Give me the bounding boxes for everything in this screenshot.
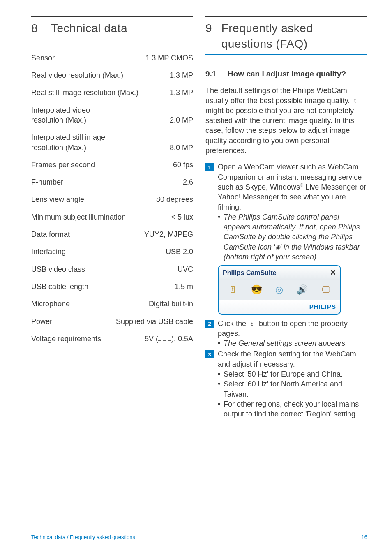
spec-label: Frames per second <box>31 160 95 170</box>
spec-row: Sensor1.3 MP CMOS <box>31 53 193 63</box>
subsection-9-1-number: 9.1 <box>205 69 228 79</box>
close-icon[interactable]: ✕ <box>330 268 336 278</box>
spec-row-voltage: Voltage requirements 5V (), 0.5A <box>31 334 193 344</box>
step-3-bullet-1: • Select '50 Hz' for Europe and China. <box>218 369 367 379</box>
spec-row: PowerSupplied via USB cable <box>31 317 193 326</box>
section-8-title: Technical data <box>51 21 127 36</box>
step-1: 1 Open a WebCam viewer such as WebCam Co… <box>205 162 367 262</box>
subsection-9-1-title: How can I adjust image quality? <box>228 69 346 79</box>
spec-row: Frames per second60 fps <box>31 160 193 170</box>
step-3: 3 Check the Region setting for the WebCa… <box>205 349 367 419</box>
spec-row: Data formatYUY2, MJPEG <box>31 229 193 239</box>
spec-row: USB cable length1.5 m <box>31 282 193 291</box>
spec-value-voltage: 5V (), 0.5A <box>145 334 193 344</box>
section-9-header: 9 Frequently asked questions (FAQ) <box>205 16 367 55</box>
step-3-bullet-3: • For other regions, check your local ma… <box>218 399 367 419</box>
spec-value: 80 degrees <box>156 194 193 204</box>
frame-icon[interactable]: 🖵 <box>321 284 330 296</box>
step-2-note-text: The General settings screen appears. <box>224 338 347 348</box>
spec-row: MicrophoneDigital built-in <box>31 299 193 309</box>
target-icon[interactable]: ◎ <box>275 284 283 296</box>
spec-label: Power <box>31 317 52 326</box>
spec-value: Supplied via USB cable <box>116 317 193 326</box>
section-9-title: Frequently asked questions (FAQ) <box>221 21 367 52</box>
section-8-number: 8 <box>31 21 51 36</box>
spec-value: 1.3 MP <box>170 88 193 97</box>
spec-row: F-number2.6 <box>31 177 193 187</box>
spec-value: 60 fps <box>173 160 193 170</box>
voltage-suffix: ), 0.5A <box>171 335 193 343</box>
spec-row: Lens view angle80 degrees <box>31 194 193 204</box>
spec-row: Minimum subject illumination< 5 lux <box>31 212 193 222</box>
step-1-note: • The Philips CamSuite control panel app… <box>218 212 367 262</box>
left-column: 8 Technical data Sensor1.3 MP CMOSReal v… <box>31 16 193 420</box>
spec-row: InterfacingUSB 2.0 <box>31 247 193 257</box>
step-3-bullet-2-text: Select '60 Hz' for North America and Tai… <box>224 379 367 399</box>
spec-label: Interpolated still image resolution (Max… <box>31 132 105 153</box>
spec-value: 1.5 m <box>175 282 193 291</box>
spec-value: Digital built-in <box>149 299 193 309</box>
right-column: 9 Frequently asked questions (FAQ) 9.1 H… <box>205 16 367 420</box>
spec-label: USB cable length <box>31 282 88 291</box>
settings-button-icon: 🎚 <box>249 320 255 328</box>
step-2-note: • The General settings screen appears. <box>218 338 367 348</box>
section-8-header: 8 Technical data <box>31 16 193 39</box>
step-2-badge: 2 <box>205 320 214 328</box>
section-9-number: 9 <box>205 21 221 36</box>
bullet-icon: • <box>218 399 224 419</box>
face-icon[interactable]: 😎 <box>251 284 262 296</box>
step-1-badge: 1 <box>205 163 214 171</box>
spec-value: UVC <box>178 264 193 274</box>
step-3-bullet-2: • Select '60 Hz' for North America and T… <box>218 379 367 399</box>
bullet-icon: • <box>218 369 224 379</box>
page-footer: Technical data / Frequently asked questi… <box>31 534 367 541</box>
spec-value: 2.0 MP <box>170 115 193 125</box>
spec-value: 8.0 MP <box>170 143 193 153</box>
camsuite-title: Philips CamSuite <box>223 268 277 278</box>
camsuite-titlebar: Philips CamSuite ✕ <box>219 266 340 279</box>
dc-symbol-icon <box>158 334 171 343</box>
step-2: 2 Click the '🎚' button to open the prope… <box>205 319 367 349</box>
footer-page-number: 16 <box>362 534 367 541</box>
speaker-icon[interactable]: 🔊 <box>297 284 308 296</box>
spec-label: Sensor <box>31 53 55 63</box>
camsuite-brand: PHILIPS <box>219 300 340 313</box>
step-2-text: Click the '🎚' button to open the propert… <box>218 319 367 339</box>
spec-row: Interpolated still image resolution (Max… <box>31 132 193 153</box>
bullet-icon: • <box>218 212 224 262</box>
spec-value: 2.6 <box>183 177 193 187</box>
step-1-text: Open a WebCam viewer such as WebCam Comp… <box>218 162 367 212</box>
footer-breadcrumb: Technical data / Frequently asked questi… <box>31 534 135 541</box>
spec-value: 1.3 MP <box>170 70 193 80</box>
spec-label: Interfacing <box>31 247 66 257</box>
spec-label: Real video resolution (Max.) <box>31 70 123 80</box>
spec-label: Microphone <box>31 299 70 309</box>
registered-icon: ® <box>300 183 303 187</box>
spec-label: Data format <box>31 229 70 239</box>
camsuite-toolbar: 🎚 😎 ◎ 🔊 🖵 <box>219 280 340 300</box>
spec-label: Minimum subject illumination <box>31 212 126 222</box>
faq-intro-paragraph: The default settings of the Philips WebC… <box>205 86 367 155</box>
spec-label-voltage: Voltage requirements <box>31 334 101 344</box>
spec-row: Real video resolution (Max.)1.3 MP <box>31 70 193 80</box>
voltage-prefix: 5V ( <box>145 335 158 343</box>
camsuite-tray-icon: ◉ <box>275 243 280 251</box>
camsuite-panel: Philips CamSuite ✕ 🎚 😎 ◎ 🔊 🖵 PHILIPS <box>218 265 341 314</box>
spec-value: < 5 lux <box>171 212 193 222</box>
spec-value: USB 2.0 <box>166 247 193 257</box>
spec-label: Real still image resolution (Max.) <box>31 88 138 97</box>
spec-label: Interpolated video resolution (Max.) <box>31 105 90 125</box>
step-3-bullet-1-text: Select '50 Hz' for Europe and China. <box>224 369 343 379</box>
spec-label: Lens view angle <box>31 194 84 204</box>
step-3-bullet-3-text: For other regions, check your local main… <box>224 399 367 419</box>
spec-label: USB video class <box>31 264 85 274</box>
spec-row: USB video classUVC <box>31 264 193 274</box>
step-1-note-text: The Philips CamSuite control panel appea… <box>224 212 367 262</box>
settings-sliders-icon[interactable]: 🎚 <box>228 284 238 296</box>
step-2-text-a: Click the ' <box>218 319 249 328</box>
bullet-icon: • <box>218 338 224 348</box>
step-3-badge: 3 <box>205 350 214 358</box>
spec-row: Interpolated video resolution (Max.)2.0 … <box>31 105 193 125</box>
bullet-icon: • <box>218 379 224 399</box>
spec-value: YUY2, MJPEG <box>144 229 193 239</box>
